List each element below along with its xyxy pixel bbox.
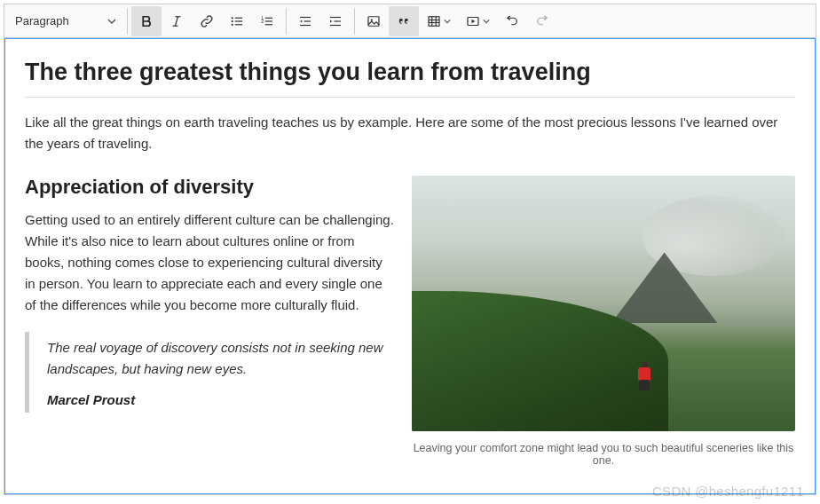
quote-author[interactable]: Marcel Proust bbox=[47, 392, 394, 407]
bold-icon bbox=[138, 13, 154, 29]
bold-button[interactable] bbox=[131, 6, 162, 36]
svg-rect-20 bbox=[368, 16, 379, 26]
indent-button[interactable] bbox=[320, 6, 351, 36]
right-column: Leaving your comfort zone might lead you… bbox=[412, 176, 795, 467]
image-icon bbox=[366, 13, 382, 29]
heading-dropdown[interactable]: Paragraph bbox=[8, 8, 123, 35]
separator bbox=[354, 8, 355, 35]
svg-point-3 bbox=[232, 17, 233, 19]
svg-rect-22 bbox=[429, 16, 439, 26]
link-icon bbox=[199, 13, 215, 29]
italic-icon bbox=[169, 13, 185, 29]
two-column-layout: Appreciation of diversity Getting used t… bbox=[25, 176, 795, 467]
numbered-list-icon: 12 bbox=[259, 13, 275, 29]
editor-content[interactable]: The three greatest things you learn from… bbox=[4, 38, 816, 494]
editor-frame: Paragraph 12 bbox=[4, 4, 816, 495]
page-title[interactable]: The three greatest things you learn from… bbox=[25, 59, 795, 98]
image-caption[interactable]: Leaving your comfort zone might lead you… bbox=[412, 442, 795, 467]
svg-text:2: 2 bbox=[261, 19, 264, 24]
italic-button[interactable] bbox=[162, 6, 192, 36]
quote-icon bbox=[396, 13, 412, 29]
outdent-icon bbox=[297, 13, 313, 29]
link-button[interactable] bbox=[192, 6, 222, 36]
svg-point-5 bbox=[232, 23, 233, 25]
chevron-down-icon bbox=[483, 18, 490, 25]
watermark: CSDN @heshengfu1211 bbox=[652, 484, 804, 499]
chevron-down-icon bbox=[444, 18, 451, 25]
article-image[interactable] bbox=[412, 176, 795, 431]
undo-button[interactable] bbox=[497, 6, 527, 36]
separator bbox=[286, 8, 287, 35]
numbered-list-button[interactable]: 12 bbox=[252, 6, 282, 36]
blockquote-button[interactable] bbox=[389, 6, 419, 36]
undo-icon bbox=[504, 13, 520, 29]
toolbar: Paragraph 12 bbox=[4, 4, 816, 38]
redo-icon bbox=[534, 13, 550, 29]
table-button[interactable] bbox=[419, 6, 458, 36]
quote-text[interactable]: The real voyage of discovery consists no… bbox=[47, 337, 394, 380]
bullet-list-button[interactable] bbox=[222, 6, 252, 36]
indent-icon bbox=[327, 13, 343, 29]
redo-button[interactable] bbox=[527, 6, 557, 36]
intro-paragraph[interactable]: Like all the great things on earth trave… bbox=[25, 112, 795, 154]
left-column: Appreciation of diversity Getting used t… bbox=[25, 176, 394, 413]
section-body[interactable]: Getting used to an entirely different cu… bbox=[25, 209, 394, 316]
media-icon bbox=[465, 13, 481, 29]
heading-dropdown-label: Paragraph bbox=[15, 14, 69, 28]
media-button[interactable] bbox=[458, 6, 497, 36]
image-button[interactable] bbox=[359, 6, 389, 36]
bullet-list-icon bbox=[229, 13, 245, 29]
outdent-button[interactable] bbox=[290, 6, 320, 36]
chevron-down-icon bbox=[107, 17, 116, 26]
section-title[interactable]: Appreciation of diversity bbox=[25, 176, 394, 199]
table-icon bbox=[426, 13, 442, 29]
blockquote[interactable]: The real voyage of discovery consists no… bbox=[25, 332, 394, 413]
separator bbox=[127, 8, 128, 35]
image-detail bbox=[635, 360, 654, 390]
svg-line-2 bbox=[176, 16, 178, 26]
svg-point-4 bbox=[232, 20, 233, 21]
